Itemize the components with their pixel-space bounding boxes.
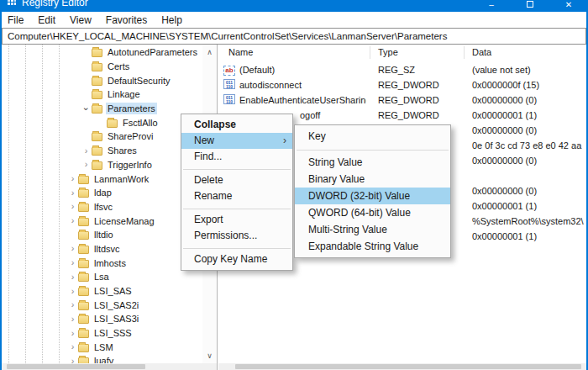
tree-item-lltdsvc[interactable]: ›lltdsvc	[2, 242, 202, 256]
column-divider[interactable]	[370, 46, 370, 59]
folder-icon	[78, 260, 89, 268]
folder-icon	[92, 133, 102, 141]
column-header-type[interactable]: Type	[378, 47, 398, 57]
reg-dword-icon: 011110	[223, 94, 235, 104]
tree-item-lltdio[interactable]: lltdio	[2, 228, 202, 242]
chevron-right-icon[interactable]: ›	[81, 146, 92, 156]
tree-item-lanmanwork[interactable]: ›LanmanWork	[2, 172, 202, 186]
close-button[interactable]: ✕	[549, 0, 586, 12]
tree-item-triggerinfo[interactable]: ›TriggerInfo	[2, 158, 202, 172]
tree-item-label: lltdio	[92, 229, 115, 240]
scrollbar-thumb[interactable]	[7, 364, 145, 369]
folder-icon	[78, 330, 89, 338]
menu-item-binary-value[interactable]: Binary Value	[295, 171, 450, 188]
menu-item-find[interactable]: Find...	[181, 149, 292, 165]
reg-dword-icon: 011110	[223, 79, 235, 89]
tree-horizontal-scrollbar[interactable]	[2, 363, 217, 370]
tree-item-label: Parameters	[106, 103, 157, 114]
menu-item-dword-32-bit-value[interactable]: DWORD (32-bit) Value	[295, 188, 450, 204]
menu-item-string-value[interactable]: String Value	[295, 154, 450, 171]
value-type: REG_SZ	[378, 65, 415, 75]
tree-item-lfsvc[interactable]: ›lfsvc	[2, 200, 202, 214]
menu-item-delete[interactable]: Delete	[181, 172, 292, 188]
menu-item-multi-string-value[interactable]: Multi-String Value	[295, 221, 450, 238]
tree-item-parameters[interactable]: ›Parameters	[2, 102, 202, 116]
value-data: 0e 0f 3c cd 73 e8 e0 42 aa 2c	[472, 140, 584, 151]
tree-item-label: lmhosts	[92, 257, 128, 269]
context-menu: CollapseNew›Find...DeleteRenameExportPer…	[181, 114, 293, 271]
chevron-right-icon[interactable]: ›	[67, 174, 78, 183]
menu-item-qword-64-bit-value[interactable]: QWORD (64-bit) Value	[295, 204, 450, 221]
tree-item-fsctlallo[interactable]: FsctlAllo	[2, 115, 202, 130]
folder-icon	[92, 91, 102, 99]
scroll-down-icon[interactable]: ∨	[202, 350, 217, 362]
column-header-data[interactable]: Data	[472, 47, 491, 57]
tree-item-lmhosts[interactable]: ›lmhosts	[2, 256, 202, 270]
reg-sz-icon: ab	[223, 66, 235, 76]
folder-icon	[92, 63, 102, 71]
minimize-button[interactable]: –	[472, 0, 511, 12]
value-row-default[interactable]: ab(Default)REG_SZ(value not set)	[218, 62, 586, 77]
tree-item-lsa[interactable]: ›Lsa	[2, 270, 202, 284]
scroll-up-icon[interactable]: ∧	[202, 46, 217, 58]
tree-item-label: Certs	[106, 61, 131, 72]
menu-item-copy-key-name[interactable]: Copy Key Name	[181, 251, 292, 267]
tree-item-ldap[interactable]: ›ldap	[2, 186, 202, 200]
tree-item-defaultsecurity[interactable]: DefaultSecurity	[2, 73, 202, 87]
menu-item-expandable-string-value[interactable]: Expandable String Value	[295, 238, 450, 255]
menu-file[interactable]: File	[8, 14, 24, 26]
scrollbar-thumb[interactable]	[235, 364, 581, 369]
chevron-right-icon[interactable]: ›	[67, 188, 78, 198]
menu-item-key[interactable]: Key	[295, 128, 450, 145]
chevron-right-icon[interactable]: ›	[81, 160, 92, 169]
tree-item-licensemanag[interactable]: ›LicenseManag	[2, 214, 202, 228]
menu-item-collapse[interactable]: Collapse	[181, 117, 292, 133]
chevron-right-icon[interactable]: ›	[67, 300, 78, 309]
folder-icon	[78, 288, 89, 296]
column-divider[interactable]	[464, 46, 465, 59]
menu-edit[interactable]: Edit	[38, 14, 55, 26]
tree-item-autotunedparameters[interactable]: AutotunedParameters	[2, 45, 202, 60]
address-path: Computer\HKEY_LOCAL_MACHINE\SYSTEM\Curre…	[8, 31, 447, 41]
chevron-right-icon[interactable]: ›	[67, 258, 78, 267]
value-row-autodisconnect[interactable]: 011110autodisconnectREG_DWORD0x0000000f …	[218, 77, 586, 92]
menu-help[interactable]: Help	[161, 14, 182, 26]
chevron-right-icon[interactable]: ›	[67, 287, 78, 296]
folder-icon	[92, 49, 102, 57]
column-header-name[interactable]: Name	[228, 47, 253, 57]
tree-item-lsi-sas[interactable]: ›LSI_SAS	[2, 284, 202, 299]
list-header: Name Type Data	[218, 45, 586, 61]
tree-item-certs[interactable]: Certs	[2, 60, 202, 74]
tree-item-lsi-sas3i[interactable]: ›LSI_SAS3i	[2, 312, 202, 326]
tree-item-label: Lsa	[92, 271, 111, 283]
chevron-right-icon[interactable]: ›	[67, 202, 78, 211]
tree-item-lsm[interactable]: ›LSM	[2, 340, 202, 354]
list-horizontal-scrollbar[interactable]	[218, 363, 586, 370]
chevron-right-icon[interactable]: ›	[67, 216, 78, 225]
tree-item-lsi-sas2i[interactable]: ›LSI_SAS2i	[2, 298, 202, 312]
folder-icon	[92, 161, 102, 170]
tree-item-label: LSI_SAS	[92, 285, 134, 297]
tree-item-label: LanmanWork	[92, 173, 150, 185]
tree-item-label: FsctlAllo	[121, 117, 160, 129]
chevron-right-icon[interactable]: ›	[67, 244, 78, 253]
tree-item-shareprovi[interactable]: ShareProvi	[2, 130, 202, 144]
tree-item-shares[interactable]: ›Shares	[2, 144, 202, 158]
chevron-down-icon[interactable]: ›	[81, 103, 91, 114]
menu-item-export[interactable]: Export	[181, 212, 292, 228]
address-bar[interactable]: Computer\HKEY_LOCAL_MACHINE\SYSTEM\Curre…	[2, 28, 586, 45]
maximize-button[interactable]	[511, 0, 549, 12]
menubar: File Edit View Favorites Help	[2, 12, 586, 28]
menu-item-permissions[interactable]: Permissions...	[181, 228, 292, 244]
menu-item-new[interactable]: New›	[181, 133, 292, 149]
menu-favorites[interactable]: Favorites	[106, 14, 147, 26]
tree-item-lsi-sss[interactable]: ›LSI_SSS	[2, 326, 202, 341]
value-row-enableauthenticateusersharing[interactable]: 011110EnableAuthenticateUserSharingREG_D…	[218, 92, 586, 108]
chevron-right-icon[interactable]: ›	[67, 314, 78, 324]
chevron-right-icon[interactable]: ›	[67, 342, 78, 352]
chevron-right-icon[interactable]: ›	[67, 272, 78, 282]
menu-view[interactable]: View	[70, 14, 92, 26]
chevron-right-icon[interactable]: ›	[67, 329, 78, 338]
menu-item-rename[interactable]: Rename	[181, 188, 292, 204]
tree-item-linkage[interactable]: Linkage	[2, 87, 202, 102]
